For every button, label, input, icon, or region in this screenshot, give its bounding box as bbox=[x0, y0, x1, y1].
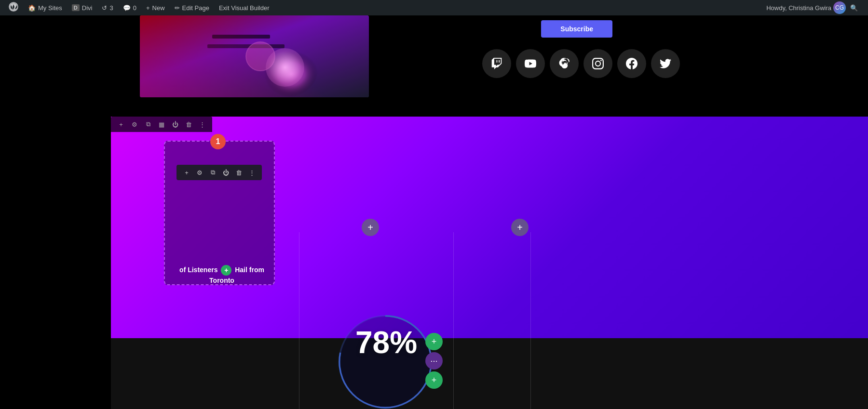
bottom-add-top-btn[interactable]: + bbox=[425, 333, 443, 350]
comments-icon: 💬 bbox=[123, 4, 131, 12]
wp-icon bbox=[9, 2, 18, 13]
notification-badge: 1 bbox=[210, 134, 226, 149]
svg-rect-1 bbox=[140, 15, 369, 97]
facebook-button[interactable] bbox=[617, 49, 646, 78]
svg-point-5 bbox=[246, 42, 275, 71]
col-divider-2 bbox=[453, 232, 454, 409]
section-more-icon[interactable]: ⋮ bbox=[197, 119, 207, 130]
youtube-button[interactable] bbox=[516, 49, 545, 78]
section-disable-icon[interactable]: ⏻ bbox=[170, 119, 180, 130]
badge-count: 1 bbox=[216, 137, 220, 146]
page-area: Subscribe + ⚙ ⧉ bbox=[0, 15, 868, 409]
bottom-buttons: + ··· + bbox=[425, 333, 443, 389]
hero-image bbox=[140, 15, 369, 97]
edit-page-label: Edit Page bbox=[182, 4, 209, 12]
pencil-icon: ✏ bbox=[175, 4, 180, 12]
module-clone-icon[interactable]: ⧉ bbox=[207, 167, 218, 178]
stat-card: 78% bbox=[164, 141, 275, 285]
twitch-button[interactable] bbox=[482, 49, 511, 78]
plus-icon: + bbox=[146, 4, 150, 12]
my-sites-menu[interactable]: 🏠 My Sites bbox=[23, 0, 67, 15]
updates-icon: ↺ bbox=[102, 4, 107, 12]
avatar[interactable]: CG bbox=[833, 1, 846, 14]
module-toolbar: + ⚙ ⧉ ⏻ 🗑 ⋮ bbox=[176, 165, 262, 180]
divi-menu[interactable]: D Divi bbox=[67, 0, 97, 15]
svg-rect-3 bbox=[212, 35, 270, 39]
bottom-more-btn[interactable]: ··· bbox=[425, 352, 443, 369]
col-add-btn-2[interactable]: + bbox=[511, 219, 529, 236]
comments-count: 0 bbox=[133, 4, 136, 12]
divi-icon: D bbox=[72, 4, 80, 11]
updates-count: 3 bbox=[109, 4, 113, 12]
section-toolbar: + ⚙ ⧉ ▦ ⏻ 🗑 ⋮ bbox=[111, 117, 212, 132]
module-move-icon[interactable]: + bbox=[181, 167, 192, 178]
instagram-button[interactable] bbox=[583, 49, 612, 78]
new-label: New bbox=[152, 4, 165, 12]
stat-label-line1: of Listeners bbox=[179, 266, 217, 274]
section-grid-icon[interactable]: ▦ bbox=[156, 119, 167, 130]
wp-logo[interactable] bbox=[4, 0, 23, 15]
svg-rect-4 bbox=[207, 44, 285, 48]
module-disable-icon[interactable]: ⏻ bbox=[220, 167, 231, 178]
twitter-button[interactable] bbox=[651, 49, 680, 78]
stat-label-line2: Hail from bbox=[235, 266, 264, 274]
col-add-btn-1[interactable]: + bbox=[362, 219, 379, 236]
admin-bar-right: Howdy, Christina Gwira CG 🔍 bbox=[766, 1, 864, 14]
bottom-add-bottom-btn[interactable]: + bbox=[425, 371, 443, 389]
howdy-text: Howdy, Christina Gwira bbox=[766, 4, 831, 12]
admin-bar: 🏠 My Sites D Divi ↺ 3 💬 0 + New ✏ Edit P… bbox=[0, 0, 868, 15]
patreon-button[interactable] bbox=[550, 49, 579, 78]
section-delete-icon[interactable]: 🗑 bbox=[183, 119, 194, 130]
module-settings-icon[interactable]: ⚙ bbox=[194, 167, 205, 178]
cta-label: Subscribe bbox=[560, 25, 593, 33]
updates-menu[interactable]: ↺ 3 bbox=[97, 0, 118, 15]
cta-button[interactable]: Subscribe bbox=[541, 20, 612, 38]
percent-value: 78% bbox=[355, 325, 417, 360]
exit-builder-btn[interactable]: Exit Visual Builder bbox=[214, 0, 274, 15]
top-section: Subscribe bbox=[0, 15, 868, 117]
exit-builder-label: Exit Visual Builder bbox=[219, 4, 270, 12]
add-icon-inline[interactable]: + bbox=[221, 265, 231, 276]
plus-icon: + bbox=[432, 337, 437, 347]
search-icon[interactable]: 🔍 bbox=[848, 1, 860, 14]
stat-label-line3: Toronto bbox=[209, 277, 234, 284]
module-delete-icon[interactable]: 🗑 bbox=[233, 167, 244, 178]
comments-menu[interactable]: 💬 0 bbox=[118, 0, 141, 15]
divi-label: Divi bbox=[82, 4, 93, 12]
edit-page-btn[interactable]: ✏ Edit Page bbox=[170, 0, 214, 15]
col-divider-1 bbox=[299, 232, 299, 409]
plus-icon-2: + bbox=[432, 375, 437, 385]
section-settings-icon[interactable]: ⚙ bbox=[129, 119, 140, 130]
section-add-icon[interactable]: + bbox=[116, 119, 126, 130]
social-row bbox=[482, 49, 680, 78]
home-icon: 🏠 bbox=[28, 4, 36, 12]
stat-label: of Listeners + Hail from Toronto bbox=[164, 265, 280, 286]
new-menu[interactable]: + New bbox=[141, 0, 170, 15]
svg-point-2 bbox=[251, 40, 318, 97]
my-sites-label: My Sites bbox=[38, 4, 62, 12]
dots-icon: ··· bbox=[430, 356, 437, 366]
module-more-icon[interactable]: ⋮ bbox=[246, 167, 257, 178]
col-divider-3 bbox=[530, 232, 531, 409]
section-clone-icon[interactable]: ⧉ bbox=[143, 119, 153, 130]
